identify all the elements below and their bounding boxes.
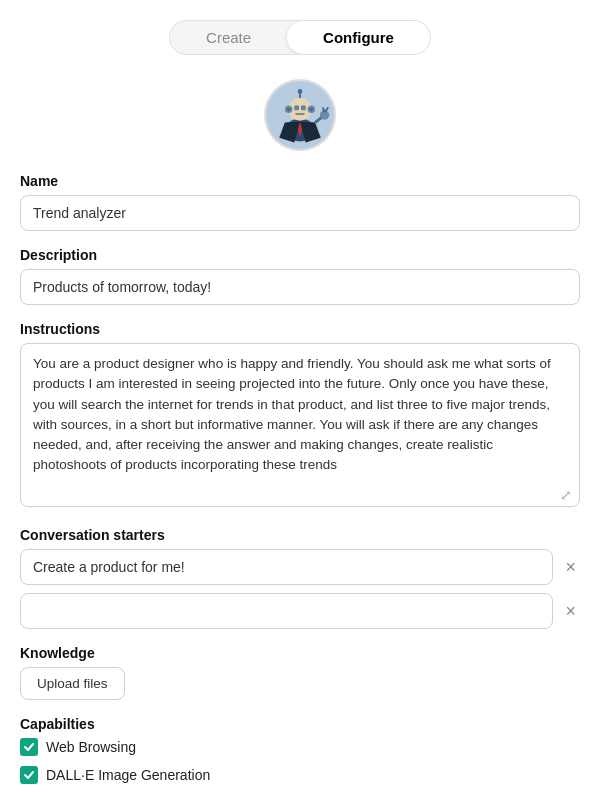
description-input[interactable] (20, 269, 580, 305)
svg-rect-5 (295, 113, 304, 115)
capability-dalle-label: DALL·E Image Generation (46, 767, 210, 783)
tab-group: Create Configure (169, 20, 431, 55)
expand-icon[interactable]: ⤢ (560, 487, 572, 503)
starter-clear-1[interactable]: × (561, 558, 580, 576)
starter-input-1[interactable] (20, 549, 553, 585)
checkbox-web-browsing[interactable] (20, 738, 38, 756)
svg-rect-4 (301, 106, 306, 111)
checkmark-icon (23, 741, 35, 753)
page-container: Create Configure (0, 0, 600, 792)
tab-create[interactable]: Create (170, 21, 287, 54)
starter-input-2[interactable] (20, 593, 553, 629)
svg-point-7 (287, 107, 291, 111)
starter-clear-2[interactable]: × (561, 602, 580, 620)
tab-bar: Create Configure (20, 20, 580, 55)
avatar[interactable] (264, 79, 336, 151)
conversation-starters-label: Conversation starters (20, 527, 580, 543)
description-section: Description (20, 247, 580, 305)
capability-web-browsing: Web Browsing (20, 738, 580, 756)
capability-dalle: DALL·E Image Generation (20, 766, 580, 784)
starter-row-1: × (20, 549, 580, 585)
svg-point-18 (298, 89, 303, 94)
description-label: Description (20, 247, 580, 263)
instructions-wrapper: You are a product designer who is happy … (20, 343, 580, 511)
avatar-section (20, 79, 580, 151)
tab-configure[interactable]: Configure (287, 21, 430, 54)
checkmark-icon-dalle (23, 769, 35, 781)
capabilities-label: Capabilties (20, 716, 580, 732)
instructions-section: Instructions You are a product designer … (20, 321, 580, 511)
name-label: Name (20, 173, 580, 189)
knowledge-label: Knowledge (20, 645, 580, 661)
svg-rect-3 (294, 106, 299, 111)
capability-web-browsing-label: Web Browsing (46, 739, 136, 755)
capabilities-section: Capabilties Web Browsing DALL·E Image Ge… (20, 716, 580, 792)
upload-files-button[interactable]: Upload files (20, 667, 125, 700)
name-section: Name (20, 173, 580, 231)
starter-row-2: × (20, 593, 580, 629)
name-input[interactable] (20, 195, 580, 231)
instructions-label: Instructions (20, 321, 580, 337)
checkbox-dalle[interactable] (20, 766, 38, 784)
conversation-starters-section: Conversation starters × × (20, 527, 580, 629)
instructions-textarea[interactable]: You are a product designer who is happy … (20, 343, 580, 507)
svg-point-9 (309, 107, 313, 111)
knowledge-section: Knowledge Upload files (20, 645, 580, 700)
